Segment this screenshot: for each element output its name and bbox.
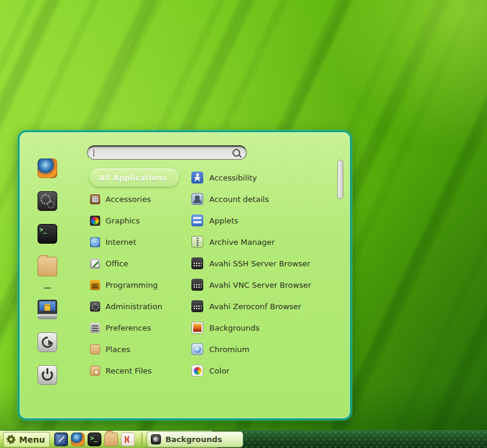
preferences-icon: [90, 323, 100, 333]
app-label: Applets: [209, 216, 238, 225]
sidebar-separator: [44, 287, 51, 289]
terminal-button[interactable]: [38, 224, 57, 244]
graphics-icon: [90, 216, 100, 226]
taskbar-left-section: Menu Backgrounds: [0, 431, 219, 448]
text-caret: [94, 150, 94, 157]
app-label: Avahi VNC Server Browser: [209, 281, 311, 290]
menu-gear-icon: [7, 435, 15, 444]
category-internet[interactable]: Internet: [86, 231, 197, 253]
home-folder-button[interactable]: [38, 257, 57, 276]
search-icon: [232, 149, 240, 157]
category-recent-files[interactable]: Recent Files: [86, 360, 197, 381]
app-label: Avahi Zeroconf Browser: [209, 302, 301, 311]
shutdown-button[interactable]: [38, 365, 57, 385]
category-graphics[interactable]: Graphics: [86, 210, 197, 231]
menu-favorites-sidebar: [36, 158, 58, 385]
app-account-details[interactable]: Account details: [191, 188, 345, 210]
category-office[interactable]: Office: [86, 253, 197, 274]
app-label: Chromium: [209, 345, 250, 354]
avahi-server-icon: [191, 300, 203, 312]
terminal-launcher-icon[interactable]: [88, 433, 101, 446]
category-label: Graphics: [106, 216, 139, 225]
app-applets[interactable]: Applets: [191, 210, 345, 231]
app-label: Archive Manager: [209, 238, 275, 247]
places-icon: [90, 344, 100, 354]
category-all-applications[interactable]: All Applications: [86, 167, 197, 188]
menu-button-label: Menu: [19, 435, 45, 444]
application-menu-window: All Applications Accessories Graphics In…: [18, 130, 352, 420]
app-label: Color: [209, 366, 229, 375]
desktop-tool-launcher-icon[interactable]: [54, 433, 68, 446]
files-launcher-icon[interactable]: [104, 433, 118, 446]
firefox-button[interactable]: [38, 158, 57, 178]
app-accessibility[interactable]: Accessibility: [191, 167, 345, 188]
red-app-launcher-icon[interactable]: [121, 433, 135, 446]
programming-icon: [90, 280, 100, 290]
accessories-icon: [90, 194, 100, 204]
category-places[interactable]: Places: [86, 338, 197, 360]
category-label: Places: [106, 345, 130, 354]
window-list-handle[interactable]: [141, 433, 142, 447]
category-label: Preferences: [106, 323, 151, 332]
app-color[interactable]: Color: [191, 360, 345, 381]
color-icon: [191, 365, 203, 377]
category-administration[interactable]: Administration: [86, 295, 197, 317]
app-label: Accessibility: [209, 173, 257, 182]
app-backgrounds[interactable]: Backgrounds: [191, 317, 345, 338]
menu-button[interactable]: Menu: [3, 432, 50, 447]
category-label: Internet: [106, 238, 137, 247]
app-avahi-vnc[interactable]: Avahi VNC Server Browser: [191, 274, 345, 295]
chromium-icon: [191, 343, 203, 355]
search-input[interactable]: [94, 148, 227, 159]
scrollbar-thumb[interactable]: [337, 160, 343, 199]
category-label: Programming: [106, 281, 158, 290]
app-label: Account details: [209, 195, 269, 204]
taskbar: Menu Backgrounds: [0, 430, 487, 448]
app-avahi-zeroconf[interactable]: Avahi Zeroconf Browser: [191, 295, 345, 317]
administration-icon: [90, 301, 100, 312]
app-label: Backgrounds: [209, 323, 259, 332]
app-label: Avahi SSH Server Browser: [209, 259, 311, 268]
quick-launchers: [54, 433, 135, 446]
category-label: Accessories: [106, 195, 151, 204]
window-button-label: Backgrounds: [165, 435, 222, 444]
category-label: Recent Files: [106, 366, 152, 375]
category-preferences[interactable]: Preferences: [86, 317, 197, 338]
applets-icon: [191, 214, 203, 226]
avahi-server-icon: [191, 257, 203, 269]
logout-button[interactable]: [38, 332, 57, 352]
archive-manager-icon: [191, 236, 203, 248]
application-list: Accessibility Account details Applets Ar…: [191, 167, 345, 381]
category-accessories[interactable]: Accessories: [86, 188, 197, 210]
app-archive-manager[interactable]: Archive Manager: [191, 231, 345, 253]
search-box[interactable]: [87, 145, 247, 160]
category-label: Administration: [106, 302, 162, 311]
account-details-icon: [191, 193, 203, 205]
scrollbar-track[interactable]: [337, 158, 343, 319]
lock-screen-button[interactable]: [38, 300, 57, 319]
backgrounds-icon: [191, 322, 203, 334]
software-manager-button[interactable]: [38, 191, 57, 211]
app-avahi-ssh[interactable]: Avahi SSH Server Browser: [191, 253, 345, 274]
backgrounds-window-icon: [151, 434, 161, 444]
recent-files-icon: [90, 366, 100, 376]
firefox-launcher-icon[interactable]: [71, 433, 85, 446]
window-button-backgrounds[interactable]: Backgrounds: [147, 431, 243, 447]
category-list: All Applications Accessories Graphics In…: [86, 167, 197, 381]
category-label: Office: [106, 259, 128, 268]
selected-category-pill[interactable]: All Applications: [90, 169, 179, 186]
internet-icon: [90, 237, 100, 247]
accessibility-icon: [191, 172, 203, 183]
app-chromium[interactable]: Chromium: [191, 338, 345, 360]
office-icon: [90, 259, 100, 269]
avahi-server-icon: [191, 279, 203, 291]
category-programming[interactable]: Programming: [86, 274, 197, 295]
